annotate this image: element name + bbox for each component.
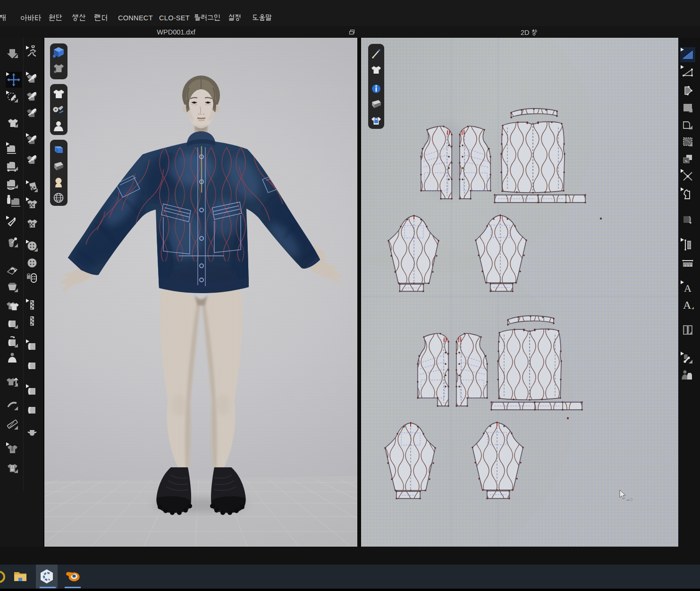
svg-text:A: A (684, 282, 692, 294)
svg-text:A: A (683, 299, 692, 311)
